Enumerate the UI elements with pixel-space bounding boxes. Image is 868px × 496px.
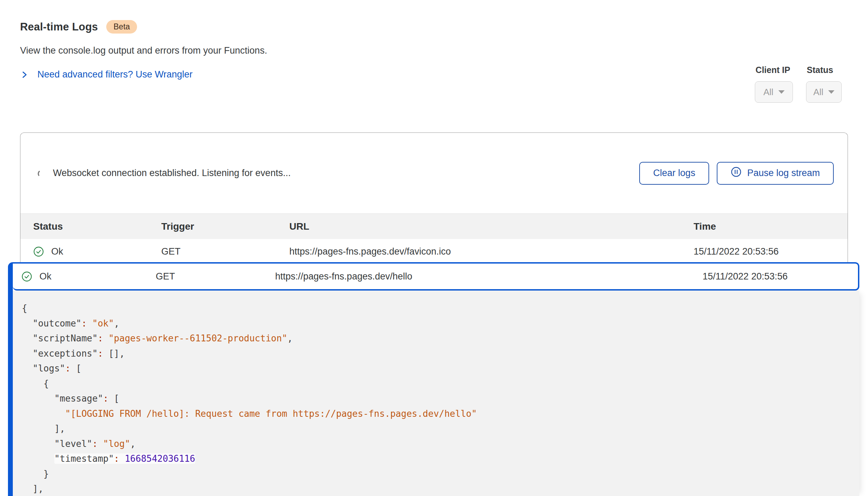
wrangler-link[interactable]: Need advanced filters? Use Wrangler bbox=[20, 69, 267, 80]
client-ip-value: All bbox=[763, 87, 774, 98]
client-ip-dropdown[interactable]: All bbox=[755, 81, 793, 103]
client-ip-label: Client IP bbox=[756, 65, 793, 75]
log-detail-json: { "outcome": "ok", "scriptName": "pages-… bbox=[13, 291, 859, 496]
websocket-status-bar: Websocket connection established. Listen… bbox=[20, 133, 848, 213]
column-header-status: Status bbox=[33, 221, 161, 232]
wrangler-link-label: Need advanced filters? Use Wrangler bbox=[37, 69, 192, 80]
ok-check-icon bbox=[21, 271, 32, 282]
status-cell: Ok bbox=[21, 271, 156, 282]
pause-circle-icon bbox=[731, 166, 742, 180]
selection-accent-bar bbox=[8, 262, 13, 496]
chevron-right-icon bbox=[20, 70, 29, 79]
client-ip-filter: Client IP All bbox=[755, 65, 793, 103]
status-filter-label: Status bbox=[807, 65, 842, 75]
status-filter-value: All bbox=[813, 87, 823, 98]
status-value: Ok bbox=[51, 246, 63, 257]
expanded-log-entry: Ok GET https://pages-fns.pages.dev/hello… bbox=[8, 262, 859, 496]
caret-down-icon bbox=[828, 90, 834, 94]
status-cell: Ok bbox=[33, 246, 161, 257]
column-header-url: URL bbox=[289, 221, 694, 232]
clear-logs-button[interactable]: Clear logs bbox=[639, 162, 709, 185]
trigger-value: GET bbox=[156, 271, 275, 282]
pause-log-stream-label: Pause log stream bbox=[747, 168, 820, 178]
beta-badge: Beta bbox=[106, 20, 137, 34]
url-value: https://pages-fns.pages.dev/hello bbox=[275, 271, 703, 282]
status-dropdown[interactable]: All bbox=[806, 81, 842, 103]
pause-log-stream-button[interactable]: Pause log stream bbox=[717, 162, 834, 185]
time-value: 15/11/2022 20:53:56 bbox=[703, 271, 858, 282]
caret-down-icon bbox=[778, 90, 785, 94]
page-title: Real-time Logs bbox=[20, 21, 98, 33]
trigger-value: GET bbox=[161, 246, 289, 257]
column-header-time: Time bbox=[694, 221, 848, 232]
time-value: 15/11/2022 20:53:56 bbox=[694, 246, 848, 257]
table-row-selected[interactable]: Ok GET https://pages-fns.pages.dev/hello… bbox=[13, 262, 859, 291]
column-header-trigger: Trigger bbox=[161, 221, 289, 232]
page-header: Real-time Logs Beta View the console.log… bbox=[20, 20, 267, 80]
table-header: Status Trigger URL Time bbox=[20, 213, 848, 239]
websocket-status-message: Websocket connection established. Listen… bbox=[53, 168, 291, 178]
url-value: https://pages-fns.pages.dev/favicon.ico bbox=[289, 246, 694, 257]
status-filter: Status All bbox=[806, 65, 842, 103]
logs-card: Websocket connection established. Listen… bbox=[20, 132, 848, 265]
page-subtitle: View the console.log output and errors f… bbox=[20, 45, 267, 56]
status-value: Ok bbox=[39, 271, 52, 282]
filters: Client IP All Status All bbox=[755, 65, 842, 103]
table-row[interactable]: Ok GET https://pages-fns.pages.dev/favic… bbox=[20, 239, 848, 264]
ok-check-icon bbox=[33, 246, 44, 257]
clear-logs-label: Clear logs bbox=[653, 168, 695, 178]
spinner-icon bbox=[37, 169, 45, 177]
